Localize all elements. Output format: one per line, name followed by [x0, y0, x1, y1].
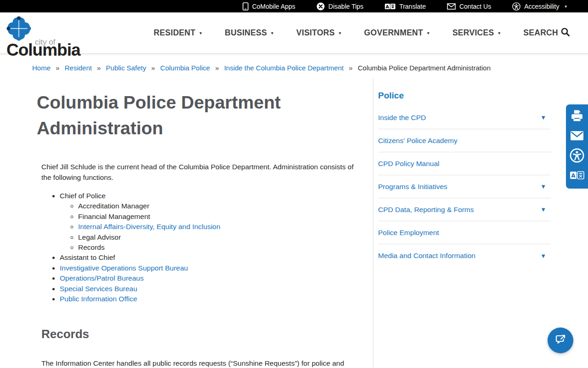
- sidebar-item-police-employment[interactable]: Police Employment: [378, 221, 551, 244]
- sidebar-item-label: Inside the CPD: [378, 114, 426, 122]
- investigative-operations-link[interactable]: Investigative Operations Support Bureau: [60, 264, 188, 272]
- breadcrumb-separator: »: [97, 64, 101, 72]
- accessibility-tools-button[interactable]: [570, 149, 584, 164]
- feedback-share-icon: [554, 333, 567, 348]
- caret-down-icon: ▾: [498, 31, 500, 35]
- sidebar-item-cpd-data-reporting-forms[interactable]: CPD Data, Reporting & Forms ▼: [378, 198, 551, 221]
- public-information-link[interactable]: Public Information Office: [60, 295, 137, 303]
- breadcrumb-separator: »: [56, 64, 59, 72]
- comobile-apps-label: CoMobile Apps: [252, 3, 295, 10]
- list-item: Investigative Operations Support Bureau: [60, 263, 373, 273]
- disable-tips-button[interactable]: Disable Tips: [317, 2, 363, 11]
- translate-label: Translate: [399, 3, 426, 10]
- caret-down-icon: ▾: [565, 4, 567, 9]
- breadcrumb-separator: »: [349, 64, 352, 72]
- breadcrumb-current-page: Columbia Police Department Administratio…: [358, 64, 491, 72]
- feedback-button[interactable]: [548, 328, 573, 353]
- comobile-apps-link[interactable]: CoMobile Apps: [243, 2, 295, 11]
- caret-down-icon: ▾: [271, 31, 273, 35]
- search-icon: [561, 28, 570, 39]
- print-button[interactable]: [570, 109, 584, 124]
- list-item: Financial Management: [78, 212, 373, 222]
- list-item: Accreditation Manager: [78, 201, 373, 211]
- print-icon: [570, 109, 584, 125]
- sidebar-item-citizens-police-academy[interactable]: Citizens' Police Academy: [378, 129, 551, 152]
- chief-sublist: Accreditation Manager Financial Manageme…: [60, 201, 373, 253]
- list-item: Legal Advisor: [78, 232, 373, 242]
- breadcrumb-resident[interactable]: Resident: [65, 64, 92, 72]
- email-icon: [570, 131, 584, 143]
- translate-link[interactable]: A Translate: [384, 3, 426, 10]
- sidebar-item-label: Police Employment: [378, 229, 439, 237]
- translate-page-button[interactable]: A: [570, 169, 584, 184]
- chevron-down-icon[interactable]: ▼: [540, 114, 546, 121]
- email-page-button[interactable]: [570, 129, 584, 144]
- list-item-label: Chief of Police: [60, 192, 106, 200]
- sidebar-heading: Police: [378, 91, 552, 101]
- list-item: Public Information Office: [60, 294, 373, 304]
- sidebar-item-media-contact-information[interactable]: Media and Contact Information ▼: [378, 244, 551, 267]
- nav-resident[interactable]: RESIDENT ▾: [154, 28, 202, 38]
- nav-services-label: SERVICES: [452, 28, 494, 38]
- list-item: Chief of Police Accreditation Manager Fi…: [60, 191, 373, 253]
- disable-tips-label: Disable Tips: [328, 3, 363, 10]
- sidebar-item-inside-the-cpd[interactable]: Inside the CPD ▼: [378, 106, 551, 129]
- sidebar-item-cpd-policy-manual[interactable]: CPD Policy Manual: [378, 152, 551, 175]
- breadcrumb-separator: »: [215, 64, 219, 72]
- list-item-label: Accreditation Manager: [78, 202, 149, 210]
- nav-government-label: GOVERNMENT: [364, 28, 423, 38]
- accessibility-icon: [570, 148, 584, 165]
- contact-us-link[interactable]: Contact Us: [447, 3, 491, 10]
- breadcrumb-inside-cpd[interactable]: Inside the Columbia Police Department: [224, 64, 344, 72]
- breadcrumb-columbia-police[interactable]: Columbia Police: [160, 64, 210, 72]
- logo-name: Columbia: [6, 41, 80, 58]
- accessibility-icon: [512, 2, 520, 11]
- police-sidebar: Police Inside the CPD ▼ Citizens' Police…: [373, 79, 552, 368]
- list-item-label: Legal Advisor: [78, 233, 121, 241]
- chevron-down-icon[interactable]: ▼: [540, 253, 546, 259]
- breadcrumb: Home » Resident » Public Safety » Columb…: [0, 54, 588, 72]
- utility-bar: CoMobile Apps Disable Tips A Translate C…: [0, 0, 588, 12]
- svg-text:A: A: [571, 172, 576, 179]
- nav-resident-label: RESIDENT: [154, 28, 196, 38]
- nav-business-label: BUSINESS: [225, 28, 267, 38]
- sidebar-item-programs-initiatives[interactable]: Programs & Initiatives ▼: [378, 175, 551, 198]
- page-tools-panel: A: [566, 104, 588, 189]
- special-services-link[interactable]: Special Services Bureau: [60, 285, 137, 293]
- circle-x-icon: [317, 2, 325, 11]
- list-item: Assistant to Chief: [60, 253, 373, 263]
- breadcrumb-home[interactable]: Home: [32, 64, 51, 72]
- site-header: city of Columbia RESIDENT ▾ BUSINESS ▾ V…: [0, 12, 588, 54]
- main-column: Columbia Police Department Administratio…: [32, 79, 373, 368]
- nav-government[interactable]: GOVERNMENT ▾: [364, 28, 430, 38]
- list-item-label: Financial Management: [78, 213, 150, 220]
- breadcrumb-public-safety[interactable]: Public Safety: [106, 64, 147, 72]
- chevron-down-icon[interactable]: ▼: [540, 206, 546, 213]
- list-item-label: Records: [78, 243, 105, 251]
- accessibility-menu[interactable]: Accessibility ▾: [512, 2, 567, 11]
- search-label: SEARCH: [523, 28, 558, 38]
- city-of-columbia-logo[interactable]: city of Columbia: [6, 14, 89, 52]
- list-item: Operations/Patrol Bureaus: [60, 273, 373, 283]
- sidebar-item-label: Programs & Initiatives: [378, 183, 447, 191]
- page-title: Columbia Police Department Administratio…: [37, 90, 322, 141]
- list-item: Internal Affairs-Diversity, Equity and I…: [78, 222, 373, 232]
- nav-visitors-label: VISITORS: [296, 28, 335, 38]
- nav-business[interactable]: BUSINESS ▾: [225, 28, 273, 38]
- operations-patrol-link[interactable]: Operations/Patrol Bureaus: [60, 274, 144, 282]
- search-button[interactable]: SEARCH: [523, 28, 570, 39]
- envelope-icon: [447, 3, 456, 10]
- list-item: Records: [78, 242, 373, 253]
- sidebar-item-label: CPD Policy Manual: [378, 160, 440, 168]
- mobile-icon: [243, 2, 249, 11]
- records-paragraph: The Information Center handles all publi…: [41, 358, 361, 368]
- chevron-down-icon[interactable]: ▼: [540, 183, 546, 190]
- internal-affairs-link[interactable]: Internal Affairs-Diversity, Equity and I…: [78, 223, 220, 230]
- sidebar-item-label: Citizens' Police Academy: [378, 137, 458, 145]
- main-navigation: RESIDENT ▾ BUSINESS ▾ VISITORS ▾ GOVERNM…: [154, 28, 570, 39]
- nav-services[interactable]: SERVICES ▾: [452, 28, 500, 38]
- nav-visitors[interactable]: VISITORS ▾: [296, 28, 341, 38]
- records-heading: Records: [41, 327, 373, 341]
- sidebar-item-label: Media and Contact Information: [378, 252, 475, 260]
- translate-icon: A: [384, 3, 396, 10]
